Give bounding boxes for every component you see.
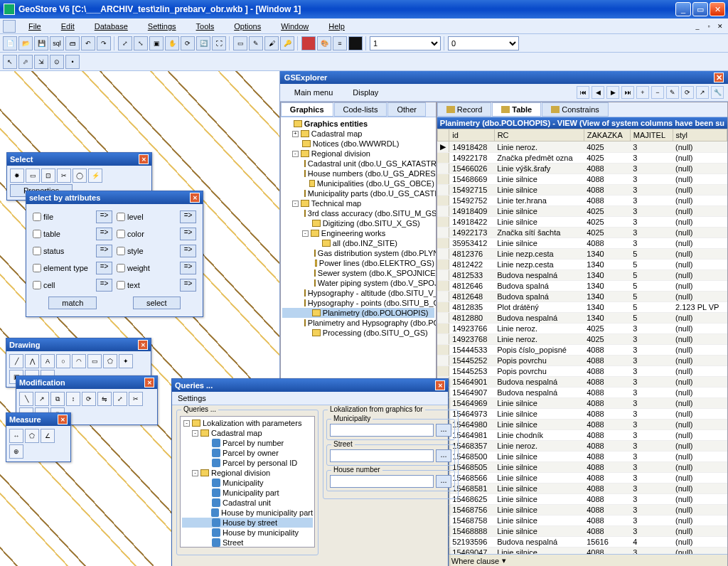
query-tree-node[interactable]: Municipality — [182, 478, 313, 488]
table-row[interactable]: 15464981Linie chodník40883(null) — [437, 430, 727, 441]
zoom-out-icon[interactable]: ⤡ — [134, 36, 148, 50]
save-icon[interactable]: 💾 — [34, 36, 48, 50]
tree-node[interactable]: Digitizing (dbo.SITU_X_GS) — [282, 218, 434, 228]
table-row[interactable]: 14918409Linie silnice40253(null) — [437, 206, 727, 217]
tab-other[interactable]: Other — [387, 102, 426, 117]
table-row[interactable]: 15468758Linie silnice40883(null) — [437, 516, 727, 526]
tree-node[interactable]: Sewer system (dbo.K_SPOJNICE) — [282, 268, 434, 278]
table-row[interactable]: 4812533Budova nespalná13405(null) — [437, 270, 727, 281]
table-row[interactable]: 15469047Linie silnice40883(null) — [437, 548, 727, 555]
arrow-icon[interactable]: ↖ — [3, 55, 17, 69]
palette-icon[interactable]: 🎨 — [317, 36, 331, 50]
table-row[interactable]: 15468566Linie silnice40883(null) — [437, 473, 727, 484]
draw-circle-icon[interactable]: ○ — [56, 354, 70, 368]
house-pick[interactable]: ... — [436, 475, 451, 488]
tree-node[interactable]: Municipality parts (dbo.U_GS_CASTI_OBCE) — [282, 188, 434, 198]
tree-node[interactable]: -Regional division — [282, 149, 434, 159]
measure-dist-icon[interactable]: ↔ — [9, 429, 23, 443]
open-icon[interactable]: 📂 — [18, 36, 33, 50]
attr-weight-arrow[interactable]: => — [180, 262, 196, 274]
table-row[interactable]: 15468888Linie silnice40883(null) — [437, 526, 727, 537]
table-row[interactable]: 15468669Linie silnice40883(null) — [437, 174, 727, 185]
table-row[interactable]: 15464969Linie silnice40883(null) — [437, 398, 727, 409]
range-icon[interactable]: ⇲ — [34, 55, 48, 69]
municipality-input[interactable] — [330, 424, 434, 437]
table-row[interactable]: 15445252Popis povrchu40883(null) — [437, 356, 727, 366]
tab-constrains[interactable]: Constrains — [542, 102, 609, 117]
street-input[interactable] — [330, 449, 434, 462]
tree-node[interactable]: Processing (dbo.SITU_O_GS) — [282, 328, 434, 338]
tree-node[interactable]: House numbers (dbo.U_GS_ADRESY) — [282, 169, 434, 178]
attr-cell-arrow[interactable]: => — [96, 279, 112, 292]
drawing-close[interactable]: ✕ — [138, 340, 148, 350]
measure-close[interactable]: ✕ — [58, 415, 68, 424]
table-row[interactable]: 4812646Budova spalná13405(null) — [437, 281, 727, 292]
mdi-close[interactable]: ✕ — [715, 21, 725, 31]
menu-help[interactable]: Help — [318, 20, 355, 33]
street-pick[interactable]: ... — [436, 449, 451, 462]
draw-rect-icon[interactable]: ▭ — [87, 354, 102, 368]
nav-first-icon[interactable]: ⏮ — [577, 86, 589, 99]
table-row[interactable]: 15468756Linie silnice40883(null) — [437, 505, 727, 516]
line-style-icon[interactable]: ≡ — [333, 36, 347, 50]
mod-rotate-icon[interactable]: ⟳ — [82, 392, 96, 406]
queries-settings-link[interactable]: Settings — [178, 394, 206, 402]
query-tree-node[interactable]: -Lokalization with parameters — [182, 418, 313, 428]
db-icon[interactable]: 🗃 — [65, 36, 80, 50]
attr-style-arrow[interactable]: => — [180, 245, 196, 257]
menu-file[interactable]: File — [18, 20, 51, 33]
rotate-icon[interactable]: ⟳ — [181, 36, 195, 50]
mod-extend-icon[interactable]: ↗ — [35, 392, 49, 406]
tab-graphics[interactable]: Graphics — [281, 102, 333, 117]
gsexplorer-close[interactable]: ✕ — [714, 73, 724, 82]
level-combo[interactable]: 1 — [370, 36, 441, 50]
color-red-icon[interactable] — [301, 36, 316, 50]
table-row[interactable]: 15464980Linie silnice40883(null) — [437, 420, 727, 430]
table-row[interactable]: 4812648Budova spalná13405(null) — [437, 292, 727, 302]
menu-window[interactable]: Window — [271, 20, 318, 33]
tree-node[interactable]: Gas distribution system (dbo.PLYN_GS) — [282, 248, 434, 258]
query-tree-node[interactable]: House by municipality part — [182, 508, 313, 518]
mod-trim-icon[interactable]: ╲ — [19, 392, 33, 406]
table-row[interactable]: 15468581Linie silnice40883(null) — [437, 484, 727, 494]
nav-edit-icon[interactable]: ✎ — [666, 86, 679, 99]
col-header[interactable]: id — [449, 129, 494, 142]
zoom-in-icon[interactable]: ⤢ — [118, 36, 132, 50]
draw-poly-icon[interactable]: ⬠ — [103, 354, 117, 368]
mod-move-icon[interactable]: ↕ — [66, 392, 80, 406]
refresh-icon[interactable]: 🔄 — [196, 36, 210, 50]
attr-text-check[interactable]: text — [117, 281, 176, 289]
col-header[interactable]: MAJITEL — [630, 129, 673, 142]
table-row[interactable]: 4812376Linie nezp.cesta13405(null) — [437, 249, 727, 260]
tree-node[interactable]: Water piping system (dbo.V_SPOJNICE) — [282, 278, 434, 288]
attr-level-arrow[interactable]: => — [180, 210, 196, 223]
table-row[interactable]: 15468505Linie silnice40883(null) — [437, 462, 727, 473]
table-row[interactable]: 15464901Budova nespalná40883(null) — [437, 377, 727, 388]
query-tree-node[interactable]: Street — [182, 538, 313, 548]
menu-tools[interactable]: Tools — [186, 20, 225, 33]
house-input[interactable] — [330, 475, 434, 488]
measure-angle-icon[interactable]: ∠ — [41, 429, 55, 443]
hollow-arrow-icon[interactable]: ⬀ — [18, 55, 33, 69]
weight-combo[interactable]: 0 — [448, 36, 519, 50]
select-zap-icon[interactable]: ⚡ — [88, 169, 102, 183]
table-row[interactable]: 15466026Linie výšk.šrafy40883(null) — [437, 164, 727, 174]
color-black-icon[interactable] — [348, 36, 363, 50]
undo-icon[interactable]: ↶ — [81, 36, 95, 50]
queries-tree[interactable]: -Lokalization with parameters-Cadastral … — [180, 416, 315, 548]
table-row[interactable]: 14922173Značka sítí šachta40253(null) — [437, 228, 727, 238]
mdi-restore[interactable]: ▫ — [704, 21, 714, 31]
tree-node[interactable]: Cadastral unit (dbo.U_GS_KATASTRY) — [282, 159, 434, 169]
minimize-button[interactable]: _ — [675, 2, 691, 16]
attr-text-arrow[interactable]: => — [180, 279, 196, 292]
query-tree-node[interactable]: Parcel by number — [182, 438, 313, 448]
redo-icon[interactable]: ↷ — [97, 36, 111, 50]
table-row[interactable]: 15492715Linie silnice40883(null) — [437, 185, 727, 196]
select-rect-icon[interactable]: ▭ — [26, 169, 40, 183]
attr-weight-check[interactable]: weight — [117, 264, 176, 272]
main-menu-link[interactable]: Main menu — [284, 87, 343, 98]
table-row[interactable]: 15468500Linie silnice40883(null) — [437, 452, 727, 462]
table-row[interactable]: 52193596Budova nespalná156164(null) — [437, 537, 727, 548]
table-row[interactable]: 15445253Popis povrchu40883(null) — [437, 366, 727, 377]
table-row[interactable]: ▶14918428Linie neroz.40253(null) — [437, 142, 727, 153]
